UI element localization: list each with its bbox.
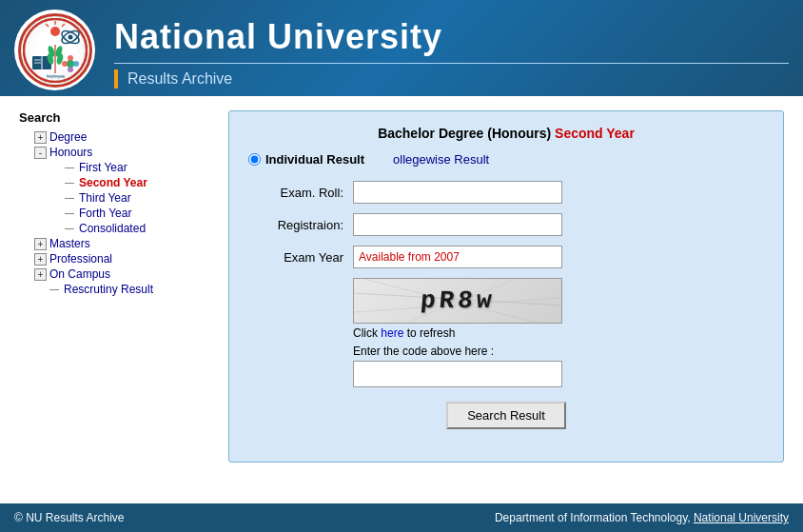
expand-icon-degree[interactable]: + bbox=[34, 131, 47, 144]
main-content: Search + Degree - Honours First Year Sec… bbox=[0, 96, 803, 477]
sidebar-item-degree[interactable]: + Degree bbox=[34, 129, 209, 145]
sidebar-item-masters[interactable]: + Masters bbox=[34, 236, 209, 251]
subtitle-bar bbox=[114, 69, 118, 89]
svg-line-4 bbox=[62, 24, 65, 27]
university-name: National University bbox=[114, 17, 789, 57]
search-result-button[interactable]: Search Result bbox=[446, 402, 566, 429]
captcha-image: pR8w bbox=[353, 278, 562, 324]
university-logo: বিশ্ববিদ্যালয় bbox=[14, 10, 95, 90]
captcha-refresh-text: Click here to refresh bbox=[353, 326, 764, 340]
result-type-row: Individual Result ollegewise Result bbox=[248, 152, 764, 167]
individual-result-radio[interactable] bbox=[248, 153, 261, 166]
header-divider bbox=[114, 63, 789, 64]
svg-point-16 bbox=[68, 67, 73, 72]
svg-line-3 bbox=[46, 24, 49, 27]
first-year-link[interactable]: First Year bbox=[79, 161, 127, 174]
expand-icon-masters[interactable]: + bbox=[34, 238, 47, 250]
registration-row: Registraion: bbox=[248, 213, 764, 236]
sidebar-item-consolidated[interactable]: Consolidated bbox=[65, 221, 209, 236]
exam-year-input[interactable] bbox=[353, 246, 562, 268]
captcha-suffix: to refresh bbox=[407, 326, 456, 340]
registration-label: Registraion: bbox=[248, 218, 353, 232]
degree-link[interactable]: Degree bbox=[49, 130, 87, 144]
captcha-text: pR8w bbox=[419, 286, 496, 315]
sidebar-item-first-year[interactable]: First Year bbox=[65, 160, 209, 175]
footer-dept-text: Department of Information Technology, bbox=[495, 511, 691, 524]
rescrutiny-link[interactable]: Rescrutiny Result bbox=[64, 283, 153, 296]
results-archive-label: Results Archive bbox=[127, 70, 232, 88]
captcha-input[interactable] bbox=[353, 361, 562, 387]
captcha-refresh-link[interactable]: here bbox=[381, 326, 403, 340]
svg-point-15 bbox=[73, 61, 79, 67]
subtitle-row: Results Archive bbox=[114, 69, 789, 96]
form-panel: Bachelor Degree (Honours) Second Year In… bbox=[228, 110, 784, 463]
logo-area: বিশ্ববিদ্যালয় bbox=[14, 10, 100, 95]
title-area: National University Results Archive bbox=[100, 10, 789, 96]
exam-year-label: Exam Year bbox=[248, 250, 353, 265]
sidebar-item-rescrutiny[interactable]: Rescrutiny Result bbox=[49, 282, 209, 297]
svg-point-13 bbox=[62, 61, 68, 67]
on-campus-link[interactable]: On Campus bbox=[49, 267, 110, 281]
registration-input[interactable] bbox=[353, 213, 562, 236]
expand-icon-honours[interactable]: - bbox=[34, 147, 47, 159]
second-year-link[interactable]: Second Year bbox=[79, 176, 147, 189]
tree-connector bbox=[65, 228, 74, 229]
exam-roll-label: Exam. Roll: bbox=[248, 186, 353, 200]
captcha-enter-label: Enter the code above here : bbox=[353, 345, 764, 358]
svg-point-14 bbox=[68, 55, 73, 61]
footer-dept-link[interactable]: National University bbox=[694, 511, 789, 524]
form-title-highlight: Second Year bbox=[555, 126, 635, 141]
expand-icon-professional[interactable]: + bbox=[34, 253, 47, 266]
svg-point-7 bbox=[68, 34, 72, 39]
sidebar-item-third-year[interactable]: Third Year bbox=[65, 190, 209, 206]
tree-connector bbox=[65, 213, 74, 214]
page-header: বিশ্ববিদ্যালয় National University Resul… bbox=[0, 0, 803, 96]
tree-connector bbox=[65, 167, 74, 168]
logo-inner: বিশ্ববিদ্যালয় bbox=[18, 13, 92, 88]
sidebar-item-on-campus[interactable]: + On Campus bbox=[34, 266, 209, 282]
forth-year-link[interactable]: Forth Year bbox=[79, 207, 131, 220]
footer-copyright: © NU Results Archive bbox=[14, 511, 125, 524]
svg-point-12 bbox=[67, 60, 74, 68]
third-year-link[interactable]: Third Year bbox=[79, 191, 131, 205]
professional-link[interactable]: Professional bbox=[49, 252, 112, 266]
captcha-click-text: Click bbox=[353, 326, 378, 340]
search-btn-row: Search Result bbox=[248, 402, 764, 429]
sidebar: Search + Degree - Honours First Year Sec… bbox=[19, 110, 209, 463]
sidebar-item-second-year[interactable]: Second Year bbox=[65, 175, 209, 190]
sidebar-item-honours[interactable]: - Honours bbox=[34, 145, 209, 160]
tree-connector bbox=[65, 198, 74, 199]
exam-roll-row: Exam. Roll: bbox=[248, 181, 764, 204]
individual-result-label[interactable]: Individual Result bbox=[248, 152, 364, 167]
logo-svg: বিশ্ববিদ্যালয় bbox=[23, 18, 88, 83]
svg-text:বিশ্ববিদ্যালয়: বিশ্ববিদ্যালয় bbox=[46, 74, 64, 79]
captcha-section: pR8w Click here to refresh Enter the cod… bbox=[353, 278, 764, 387]
exam-year-row: Exam Year bbox=[248, 246, 764, 268]
page-footer: © NU Results Archive Department of Infor… bbox=[0, 503, 803, 532]
svg-point-1 bbox=[50, 27, 60, 36]
sidebar-item-professional[interactable]: + Professional bbox=[34, 251, 209, 266]
sidebar-item-forth-year[interactable]: Forth Year bbox=[65, 206, 209, 221]
honours-link[interactable]: Honours bbox=[49, 146, 92, 159]
tree-connector bbox=[65, 183, 74, 184]
masters-link[interactable]: Masters bbox=[49, 237, 90, 250]
expand-icon-on-campus[interactable]: + bbox=[34, 268, 47, 281]
individual-result-text: Individual Result bbox=[265, 152, 364, 167]
search-label: Search bbox=[19, 110, 209, 125]
collegewise-result-link[interactable]: ollegewise Result bbox=[393, 152, 489, 167]
tree-connector bbox=[49, 289, 59, 290]
form-title: Bachelor Degree (Honours) Second Year bbox=[248, 126, 764, 141]
consolidated-link[interactable]: Consolidated bbox=[79, 222, 146, 235]
exam-roll-input[interactable] bbox=[353, 181, 562, 204]
form-title-normal: Bachelor Degree (Honours) bbox=[378, 126, 551, 141]
footer-dept: Department of Information Technology, Na… bbox=[495, 511, 789, 524]
